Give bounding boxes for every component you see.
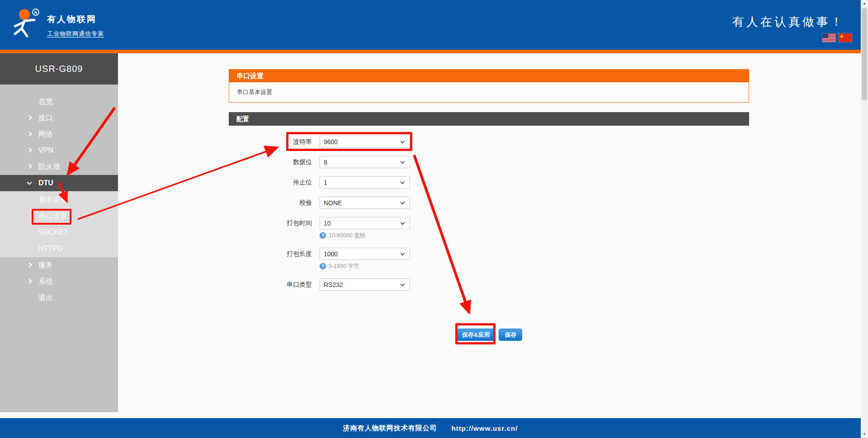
brand-name: 有人物联网 — [47, 14, 104, 25]
sidebar-item-label: SOCKET — [38, 228, 68, 236]
registered-mark: R — [34, 10, 38, 15]
data-bits-select[interactable]: 8 — [320, 156, 410, 168]
sidebar-item-logout[interactable]: 退出 — [0, 290, 118, 306]
cn-flag-icon[interactable] — [839, 33, 852, 42]
usr-logo-icon: R — [11, 8, 40, 38]
pack-time-select[interactable]: 10 — [320, 217, 410, 229]
sidebar-item-label: VPN — [38, 146, 53, 155]
select-value: NONE — [324, 199, 342, 207]
select-value: 8 — [324, 159, 327, 166]
scrollbar-thumb[interactable] — [862, 8, 867, 100]
help-icon: ? — [320, 263, 326, 269]
sidebar-item-services[interactable]: 服务 — [0, 257, 118, 273]
chevron-down-icon — [401, 159, 405, 164]
chevron-right-icon — [27, 148, 32, 153]
sidebar-item-serial-settings[interactable]: 串口设置 — [0, 208, 118, 224]
field-row-baud-rate: 波特率 9600 — [229, 136, 749, 148]
chevron-down-icon — [401, 220, 405, 225]
hint-text: 5-1500 字节 — [329, 263, 359, 270]
chevron-down-icon — [401, 139, 405, 143]
scroll-up-icon[interactable]: ▲ — [861, 0, 868, 7]
header-right: 有人在认真做事！ — [732, 14, 844, 42]
select-value: 9600 — [324, 138, 338, 146]
select-value: RS232 — [324, 281, 343, 288]
brand-tagline: 工业物联网通信专家 — [47, 30, 104, 38]
language-switcher — [732, 33, 852, 42]
dtu-submenu: 基本设置 串口设置 SOCKET HTTPD — [0, 191, 118, 257]
orange-divider — [0, 50, 861, 53]
field-row-stop-bits: 停止位 1 — [229, 176, 749, 188]
sidebar-item-httpd[interactable]: HTTPD — [0, 240, 118, 257]
header-slogan: 有人在认真做事！ — [732, 14, 844, 29]
sidebar-item-label: 网络 — [38, 130, 53, 139]
sidebar-item-dtu[interactable]: DTU — [0, 175, 118, 191]
help-icon: ? — [320, 232, 326, 239]
panel-title: 串口设置 — [229, 69, 749, 82]
chevron-right-icon — [27, 164, 32, 169]
sidebar-item-network[interactable]: 网络 — [0, 126, 118, 142]
select-value: 1 — [324, 179, 327, 186]
field-row-serial-type: 串口类型 RS232 — [229, 278, 749, 291]
field-label: 校验 — [229, 199, 312, 207]
field-label: 波特率 — [229, 138, 312, 146]
select-value: 1000 — [324, 250, 338, 258]
save-apply-button[interactable]: 保存&应用 — [456, 329, 495, 341]
sidebar-item-overview[interactable]: 总览 — [0, 94, 118, 110]
pack-length-select[interactable]: 1000 — [320, 248, 410, 260]
chevron-down-icon — [401, 251, 405, 255]
field-hint: ? 10-60000 毫秒 — [320, 231, 749, 240]
scroll-down-icon[interactable]: ▼ — [861, 431, 868, 438]
select-value: 10 — [324, 220, 331, 227]
footer: 济南有人物联网技术有限公司 http://www.usr.cn/ — [0, 418, 861, 438]
sidebar-item-label: 退出 — [38, 293, 53, 303]
chevron-down-icon — [401, 282, 405, 286]
button-row: 保存&应用 保存 — [229, 329, 749, 341]
brand-block: R 有人物联网 工业物联网通信专家 — [11, 8, 104, 38]
sidebar-item-label: DTU — [38, 179, 53, 187]
stop-bits-select[interactable]: 1 — [320, 176, 410, 188]
sidebar-item-label: 接口 — [38, 113, 53, 123]
sidebar: USR-G809 总览 接口 网络 VPN 防火墙 DTU 基本设置 — [0, 53, 118, 412]
field-label: 打包长度 — [229, 250, 312, 258]
main-area: 串口设置 串口基本设置 配置 波特率 9600 数据位 8 — [118, 53, 861, 418]
parity-select[interactable]: NONE — [320, 197, 410, 209]
sidebar-item-vpn[interactable]: VPN — [0, 142, 118, 159]
sidebar-item-interface[interactable]: 接口 — [0, 110, 118, 126]
us-flag-icon[interactable] — [822, 33, 835, 42]
footer-url[interactable]: http://www.usr.cn/ — [452, 424, 518, 432]
sidebar-item-system[interactable]: 系统 — [0, 273, 118, 290]
chevron-down-icon — [401, 179, 405, 184]
sidebar-item-label: 服务 — [38, 261, 53, 270]
sidebar-item-socket[interactable]: SOCKET — [0, 224, 118, 240]
sidebar-item-label: 防火墙 — [38, 162, 60, 172]
sidebar-item-label: HTTPD — [38, 245, 62, 253]
field-hint: ? 5-1500 字节 — [320, 262, 749, 270]
baud-rate-select[interactable]: 9600 — [320, 136, 410, 148]
sidebar-item-label: 总览 — [38, 97, 53, 107]
chevron-right-icon — [27, 132, 32, 137]
hint-text: 10-60000 毫秒 — [329, 232, 365, 240]
field-label: 数据位 — [229, 158, 312, 166]
top-header: R 有人物联网 工业物联网通信专家 有人在认真做事！ — [0, 0, 861, 50]
footer-company: 济南有人物联网技术有限公司 — [343, 424, 437, 433]
vertical-scrollbar[interactable]: ▲ ▼ — [861, 0, 868, 438]
field-row-pack-time: 打包时间 10 ? 10-60000 毫秒 — [229, 217, 749, 240]
field-label: 停止位 — [229, 179, 312, 187]
sidebar-item-basic-settings[interactable]: 基本设置 — [0, 192, 118, 208]
serial-type-select[interactable]: RS232 — [320, 278, 410, 291]
save-button[interactable]: 保存 — [499, 329, 522, 341]
chevron-down-icon — [401, 200, 405, 204]
serial-settings-panel: 串口设置 串口基本设置 配置 波特率 9600 数据位 8 — [229, 69, 749, 341]
chevron-right-icon — [27, 263, 32, 268]
sidebar-item-firewall[interactable]: 防火墙 — [0, 159, 118, 175]
section-title: 配置 — [229, 112, 749, 126]
chevron-right-icon — [27, 115, 32, 120]
field-row-parity: 校验 NONE — [229, 197, 749, 209]
field-label: 串口类型 — [229, 281, 312, 289]
sidebar-menu: 总览 接口 网络 VPN 防火墙 DTU 基本设置 串口设置 — [0, 85, 118, 412]
device-header: USR-G809 — [0, 53, 118, 85]
chevron-down-icon — [27, 180, 32, 185]
sidebar-item-label: 串口设置 — [38, 212, 67, 221]
sidebar-item-label: 基本设置 — [38, 195, 67, 205]
serial-config-form: 波特率 9600 数据位 8 停止位 — [229, 126, 749, 341]
